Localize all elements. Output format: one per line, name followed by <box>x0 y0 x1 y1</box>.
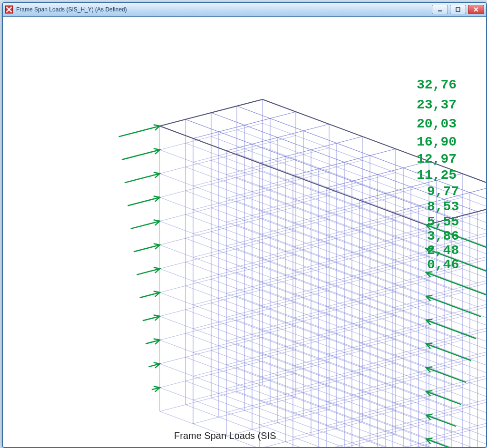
svg-line-238 <box>426 391 461 404</box>
structure-drawing <box>3 17 486 447</box>
window-controls <box>432 5 484 14</box>
load-value-label: 2,48 <box>427 243 459 258</box>
svg-line-117 <box>426 389 486 415</box>
load-value-label: 9,77 <box>427 184 459 199</box>
svg-line-239 <box>426 368 466 382</box>
svg-line-240 <box>426 344 471 360</box>
svg-line-255 <box>125 174 160 183</box>
app-icon <box>5 5 13 14</box>
svg-line-159 <box>426 317 486 344</box>
load-value-label: 32,76 <box>417 78 457 92</box>
svg-rect-2 <box>456 8 460 11</box>
svg-line-257 <box>119 126 160 136</box>
maximize-button[interactable] <box>450 5 466 14</box>
svg-line-187 <box>426 270 486 296</box>
close-button[interactable] <box>468 5 484 14</box>
load-value-label: 23,37 <box>417 97 457 112</box>
svg-line-145 <box>426 341 486 368</box>
model-viewport[interactable]: 32,7623,3720,0316,9012,9711,259,778,535,… <box>3 17 486 447</box>
load-value-label: 5,55 <box>427 214 459 229</box>
svg-line-256 <box>122 150 160 160</box>
minimize-button[interactable] <box>432 5 448 14</box>
load-value-label: 20,03 <box>417 117 457 131</box>
load-value-label: 3,86 <box>427 229 459 243</box>
svg-line-173 <box>426 293 486 320</box>
app-window: Frame Span Loads (SIS_H_Y) (As Defined) … <box>2 2 487 448</box>
load-value-label: 12,97 <box>417 152 457 166</box>
load-value-label: 0,46 <box>427 257 459 272</box>
svg-line-131 <box>426 365 486 391</box>
svg-line-242 <box>426 296 481 317</box>
load-value-label: 8,53 <box>427 199 459 214</box>
load-value-label: 16,90 <box>417 135 457 149</box>
svg-line-103 <box>426 412 486 439</box>
load-value-label: 11,25 <box>417 168 457 183</box>
titlebar: Frame Span Loads (SIS_H_Y) (As Defined) <box>3 3 486 17</box>
window-title: Frame Span Loads (SIS_H_Y) (As Defined) <box>16 6 432 13</box>
footer-caption: Frame Span Loads (SIS <box>174 430 276 441</box>
